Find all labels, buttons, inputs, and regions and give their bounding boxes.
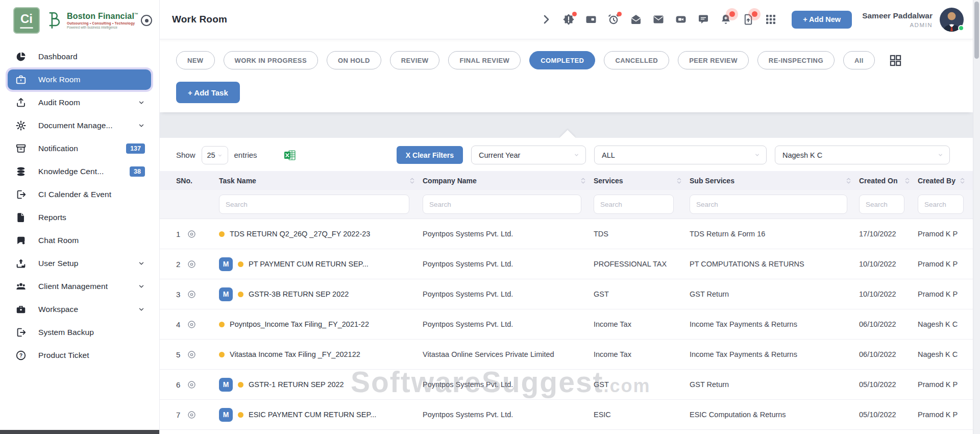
alarm-clock-icon[interactable] [607,13,620,26]
sidebar-item-client-management[interactable]: Client Management [8,276,151,297]
sidebar-item-user-setup[interactable]: User Setup [8,253,151,274]
status-tab-re-inspecting[interactable]: RE-INSPECTING [757,51,835,69]
row-number: 3 [176,290,180,299]
user-filter-select[interactable]: Nagesh K C [775,146,950,164]
mail-open-icon[interactable] [630,13,643,26]
row-number: 5 [176,350,180,359]
view-task-icon[interactable] [187,320,197,329]
search-input-created-by[interactable] [918,195,964,214]
status-tab-on-hold[interactable]: ON HOLD [327,51,381,69]
table-row[interactable]: 6MGSTR-1 RETURN SEP 2022Poyntpos Systems… [159,370,973,400]
column-header-services[interactable]: Services [594,177,690,185]
table-row[interactable]: 2MPT PAYMENT CUM RETURN SEP...Poyntpos S… [159,249,973,279]
column-header-task-name[interactable]: Task Name [219,177,423,185]
search-input-services[interactable] [594,195,674,214]
status-tab-peer-review[interactable]: PEER REVIEW [678,51,749,69]
view-task-icon[interactable] [187,350,197,359]
created-on: 06/10/2022 [859,320,918,328]
view-task-icon[interactable] [187,229,197,239]
user-name: Sameer Paddalwar [862,11,933,20]
table-row[interactable]: 1TDS RETURN Q2_26Q _27Q_FY 2022-23Poyntp… [159,219,973,249]
chat-message-icon[interactable] [697,13,710,26]
status-tab-review[interactable]: REVIEW [390,51,440,69]
ci-logo[interactable]: Ci [13,7,40,34]
year-filter-select[interactable]: Current Year [471,146,586,164]
chevron-down-icon [138,122,145,129]
sidebar-item-ci-calender-event[interactable]: CI Calender & Event [8,184,151,205]
chevron-down-icon [138,306,145,313]
page-scrollbar[interactable] [973,0,980,434]
search-input-sub-services[interactable] [690,195,847,214]
page-size-value: 25 [207,151,215,159]
sidebar-toggle-icon[interactable] [141,15,152,26]
add-new-button[interactable]: + Add New [792,11,852,29]
sidebar-item-chat-room[interactable]: Chat Room [8,230,151,251]
status-tab-all[interactable]: All [843,51,875,69]
grid-view-icon[interactable] [889,54,902,67]
mail-icon[interactable] [652,13,665,26]
exit-icon [15,188,27,201]
sidebar-item-dashboard[interactable]: Dashboard [8,46,151,67]
sidebar-item-label: Chat Room [38,236,79,245]
page-size-select[interactable]: 25 [202,146,228,164]
sub-services: PT COMPUTATIONS & RETURNS [690,260,859,268]
sidebar-item-product-ticket[interactable]: ?Product Ticket [8,345,151,366]
video-icon[interactable] [675,13,688,26]
column-header-created-by[interactable]: Created By [918,177,973,185]
column-header-created-on[interactable]: Created On [859,177,918,185]
bell-add-icon[interactable] [720,13,732,26]
milestone-badge: M [219,257,233,271]
company-filter-select[interactable]: ALL [594,146,767,164]
status-tab-final-review[interactable]: FINAL REVIEW [448,51,521,69]
table-row[interactable]: 4Poyntpos_Income Tax Filing_ FY_2021-22P… [159,309,973,340]
chevron-down-icon [138,99,145,106]
badge-alert-icon[interactable] [562,13,575,26]
table-row[interactable]: 5Vitastaa Income Tax Filing _FY_202122Vi… [159,340,973,370]
sidebar-item-document-manage[interactable]: Document Manage... [8,115,151,136]
clear-filters-button[interactable]: X Clear Filters [397,146,463,164]
file-upload-icon[interactable] [742,13,755,26]
scrollbar-thumb[interactable] [974,2,979,59]
row-number: 7 [176,411,180,419]
view-task-icon[interactable] [187,290,197,299]
wallet-icon[interactable] [585,13,598,26]
add-task-button[interactable]: + Add Task [176,82,240,103]
sort-icon [409,177,415,184]
search-input-created-on[interactable] [859,195,904,214]
view-task-icon[interactable] [187,380,197,390]
table-row[interactable]: 7MESIC PAYMENT CUM RETURN SEP...Poyntpos… [159,400,973,430]
sidebar-item-workspace[interactable]: Workspace [8,299,151,320]
sidebar-item-work-room[interactable]: Work Room [8,69,151,90]
status-tab-cancelled[interactable]: CANCELLED [604,51,669,69]
status-tab-new[interactable]: NEW [176,51,215,69]
apps-grid-icon[interactable] [765,13,777,26]
sidebar-item-reports[interactable]: Reports [8,207,151,228]
sidebar-item-knowledge-cent[interactable]: Knowledge Cent...38 [8,161,151,182]
sidebar-item-notification[interactable]: Notification137 [8,138,151,159]
user-block[interactable]: Sameer Paddalwar ADMIN [862,11,933,28]
export-excel-icon[interactable] [284,149,296,161]
sidebar-item-audit-room[interactable]: Audit Room [8,92,151,113]
column-header-company-name[interactable]: Company Name [423,177,594,185]
notification-ring-badge [726,8,738,20]
row-number: 1 [176,230,180,238]
sidebar-item-label: Work Room [38,75,80,84]
notification-dot [617,12,622,16]
sidebar-item-system-backup[interactable]: System Backup [8,322,151,343]
status-tab-work-in-progress[interactable]: WORK IN PROGRESS [224,51,318,69]
created-by: Pramod K P [918,290,973,298]
column-header-sub-services[interactable]: Sub Services [690,177,859,185]
sidebar-nav: DashboardWork RoomAudit RoomDocument Man… [0,39,159,366]
services: Income Tax [594,320,690,328]
view-task-icon[interactable] [187,410,197,420]
sidebar-item-label: Document Manage... [38,121,113,130]
table-row[interactable]: 3MGSTR-3B RETURN SEP 2022Poyntpos System… [159,279,973,309]
status-tab-completed[interactable]: COMPLETED [529,51,595,69]
chevron-down-icon [938,152,943,158]
search-input-task-name[interactable] [219,195,409,214]
view-task-icon[interactable] [187,259,197,269]
search-input-company-name[interactable] [423,195,581,214]
collapse-chevron-icon[interactable] [540,13,553,26]
svg-text:?: ? [19,353,22,358]
avatar[interactable] [940,8,964,32]
